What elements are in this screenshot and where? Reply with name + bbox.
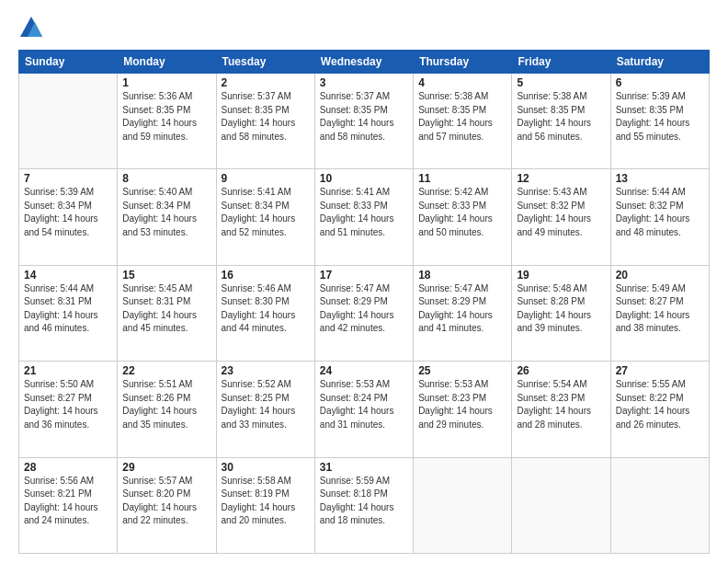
day-number: 17 xyxy=(320,269,408,282)
calendar-header-tuesday: Tuesday xyxy=(216,51,314,74)
day-info: Sunrise: 5:55 AMSunset: 8:22 PMDaylight:… xyxy=(616,378,704,431)
day-number: 15 xyxy=(122,269,210,282)
calendar-cell: 22Sunrise: 5:51 AMSunset: 8:26 PMDayligh… xyxy=(118,362,216,457)
day-info: Sunrise: 5:44 AMSunset: 8:31 PMDaylight:… xyxy=(24,282,112,336)
day-info: Sunrise: 5:40 AMSunset: 8:34 PMDaylight:… xyxy=(122,186,210,239)
day-info: Sunrise: 5:49 AMSunset: 8:27 PMDaylight:… xyxy=(616,282,704,336)
day-info: Sunrise: 5:47 AMSunset: 8:29 PMDaylight:… xyxy=(418,282,506,336)
calendar-header-thursday: Thursday xyxy=(414,51,512,74)
calendar-cell: 27Sunrise: 5:55 AMSunset: 8:22 PMDayligh… xyxy=(610,362,709,457)
calendar-cell xyxy=(610,457,709,553)
day-number: 5 xyxy=(517,76,605,89)
calendar-header-friday: Friday xyxy=(512,51,610,74)
calendar-cell: 16Sunrise: 5:46 AMSunset: 8:30 PMDayligh… xyxy=(216,265,314,361)
calendar-cell xyxy=(19,74,118,169)
calendar-cell: 5Sunrise: 5:38 AMSunset: 8:35 PMDaylight… xyxy=(512,74,610,169)
calendar-cell: 26Sunrise: 5:54 AMSunset: 8:23 PMDayligh… xyxy=(512,362,610,457)
calendar-cell: 1Sunrise: 5:36 AMSunset: 8:35 PMDaylight… xyxy=(118,74,216,169)
day-info: Sunrise: 5:52 AMSunset: 8:25 PMDaylight:… xyxy=(222,378,310,431)
calendar-header-saturday: Saturday xyxy=(610,51,709,74)
calendar-header-row: SundayMondayTuesdayWednesdayThursdayFrid… xyxy=(19,51,710,74)
header xyxy=(18,15,710,40)
day-number: 26 xyxy=(517,364,605,377)
day-info: Sunrise: 5:53 AMSunset: 8:23 PMDaylight:… xyxy=(418,378,506,431)
day-info: Sunrise: 5:38 AMSunset: 8:35 PMDaylight:… xyxy=(418,90,506,144)
logo xyxy=(18,15,48,40)
day-number: 3 xyxy=(320,76,408,89)
day-number: 20 xyxy=(616,269,704,282)
calendar-cell: 28Sunrise: 5:56 AMSunset: 8:21 PMDayligh… xyxy=(19,457,118,553)
calendar-week-1: 1Sunrise: 5:36 AMSunset: 8:35 PMDaylight… xyxy=(19,74,710,169)
day-info: Sunrise: 5:45 AMSunset: 8:31 PMDaylight:… xyxy=(122,282,210,336)
calendar-cell: 14Sunrise: 5:44 AMSunset: 8:31 PMDayligh… xyxy=(19,265,118,361)
calendar-cell: 6Sunrise: 5:39 AMSunset: 8:35 PMDaylight… xyxy=(610,74,709,169)
calendar-cell: 12Sunrise: 5:43 AMSunset: 8:32 PMDayligh… xyxy=(512,169,610,265)
page: SundayMondayTuesdayWednesdayThursdayFrid… xyxy=(0,0,728,563)
calendar-cell: 10Sunrise: 5:41 AMSunset: 8:33 PMDayligh… xyxy=(314,169,413,265)
day-number: 22 xyxy=(122,364,210,377)
day-number: 29 xyxy=(122,461,210,474)
calendar-cell: 17Sunrise: 5:47 AMSunset: 8:29 PMDayligh… xyxy=(314,265,413,361)
calendar-cell: 4Sunrise: 5:38 AMSunset: 8:35 PMDaylight… xyxy=(414,74,512,169)
day-number: 23 xyxy=(222,364,310,377)
day-info: Sunrise: 5:43 AMSunset: 8:32 PMDaylight:… xyxy=(517,186,605,239)
day-number: 21 xyxy=(24,364,112,377)
day-number: 28 xyxy=(24,461,112,474)
day-number: 19 xyxy=(517,269,605,282)
logo-icon xyxy=(18,15,44,40)
calendar-cell: 30Sunrise: 5:58 AMSunset: 8:19 PMDayligh… xyxy=(216,457,314,553)
day-info: Sunrise: 5:56 AMSunset: 8:21 PMDaylight:… xyxy=(24,475,112,528)
day-info: Sunrise: 5:37 AMSunset: 8:35 PMDaylight:… xyxy=(320,90,408,144)
day-number: 9 xyxy=(222,172,310,185)
day-info: Sunrise: 5:44 AMSunset: 8:32 PMDaylight:… xyxy=(616,186,704,239)
calendar-cell: 21Sunrise: 5:50 AMSunset: 8:27 PMDayligh… xyxy=(19,362,118,457)
day-info: Sunrise: 5:42 AMSunset: 8:33 PMDaylight:… xyxy=(418,186,506,239)
calendar-cell: 24Sunrise: 5:53 AMSunset: 8:24 PMDayligh… xyxy=(314,362,413,457)
calendar-header-wednesday: Wednesday xyxy=(314,51,413,74)
calendar-week-3: 14Sunrise: 5:44 AMSunset: 8:31 PMDayligh… xyxy=(19,265,710,361)
day-info: Sunrise: 5:38 AMSunset: 8:35 PMDaylight:… xyxy=(517,90,605,144)
day-number: 6 xyxy=(616,76,704,89)
day-number: 2 xyxy=(222,76,310,89)
calendar-header-monday: Monday xyxy=(118,51,216,74)
day-info: Sunrise: 5:58 AMSunset: 8:19 PMDaylight:… xyxy=(222,475,310,528)
calendar-week-5: 28Sunrise: 5:56 AMSunset: 8:21 PMDayligh… xyxy=(19,457,710,553)
day-number: 30 xyxy=(222,461,310,474)
calendar-cell: 20Sunrise: 5:49 AMSunset: 8:27 PMDayligh… xyxy=(610,265,709,361)
day-number: 24 xyxy=(320,364,408,377)
day-info: Sunrise: 5:57 AMSunset: 8:20 PMDaylight:… xyxy=(122,475,210,528)
calendar-cell: 19Sunrise: 5:48 AMSunset: 8:28 PMDayligh… xyxy=(512,265,610,361)
calendar-header-sunday: Sunday xyxy=(19,51,118,74)
calendar-cell: 9Sunrise: 5:41 AMSunset: 8:34 PMDaylight… xyxy=(216,169,314,265)
calendar-cell xyxy=(414,457,512,553)
day-number: 7 xyxy=(24,172,112,185)
calendar-cell: 15Sunrise: 5:45 AMSunset: 8:31 PMDayligh… xyxy=(118,265,216,361)
day-number: 4 xyxy=(418,76,506,89)
calendar-cell: 25Sunrise: 5:53 AMSunset: 8:23 PMDayligh… xyxy=(414,362,512,457)
day-number: 8 xyxy=(122,172,210,185)
day-info: Sunrise: 5:37 AMSunset: 8:35 PMDaylight:… xyxy=(222,90,310,144)
calendar-cell xyxy=(512,457,610,553)
calendar-week-2: 7Sunrise: 5:39 AMSunset: 8:34 PMDaylight… xyxy=(19,169,710,265)
day-number: 31 xyxy=(320,461,408,474)
day-info: Sunrise: 5:39 AMSunset: 8:34 PMDaylight:… xyxy=(24,186,112,239)
day-number: 10 xyxy=(320,172,408,185)
calendar-cell: 31Sunrise: 5:59 AMSunset: 8:18 PMDayligh… xyxy=(314,457,413,553)
calendar-week-4: 21Sunrise: 5:50 AMSunset: 8:27 PMDayligh… xyxy=(19,362,710,457)
day-info: Sunrise: 5:41 AMSunset: 8:33 PMDaylight:… xyxy=(320,186,408,239)
day-number: 25 xyxy=(418,364,506,377)
calendar-cell: 29Sunrise: 5:57 AMSunset: 8:20 PMDayligh… xyxy=(118,457,216,553)
day-info: Sunrise: 5:36 AMSunset: 8:35 PMDaylight:… xyxy=(122,90,210,144)
calendar-cell: 11Sunrise: 5:42 AMSunset: 8:33 PMDayligh… xyxy=(414,169,512,265)
day-info: Sunrise: 5:54 AMSunset: 8:23 PMDaylight:… xyxy=(517,378,605,431)
calendar-cell: 13Sunrise: 5:44 AMSunset: 8:32 PMDayligh… xyxy=(610,169,709,265)
calendar-cell: 18Sunrise: 5:47 AMSunset: 8:29 PMDayligh… xyxy=(414,265,512,361)
calendar-cell: 2Sunrise: 5:37 AMSunset: 8:35 PMDaylight… xyxy=(216,74,314,169)
day-number: 27 xyxy=(616,364,704,377)
calendar-cell: 7Sunrise: 5:39 AMSunset: 8:34 PMDaylight… xyxy=(19,169,118,265)
calendar-cell: 3Sunrise: 5:37 AMSunset: 8:35 PMDaylight… xyxy=(314,74,413,169)
day-info: Sunrise: 5:48 AMSunset: 8:28 PMDaylight:… xyxy=(517,282,605,336)
day-info: Sunrise: 5:59 AMSunset: 8:18 PMDaylight:… xyxy=(320,475,408,528)
day-number: 14 xyxy=(24,269,112,282)
day-number: 1 xyxy=(122,76,210,89)
